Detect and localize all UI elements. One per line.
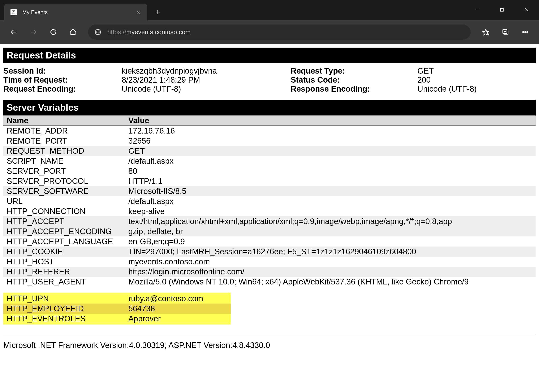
var-name: HTTP_ACCEPT_LANGUAGE [7,237,128,246]
var-value: 172.16.76.16 [128,126,532,135]
server-variables-table: REMOTE_ADDR172.16.76.16REMOTE_PORT32656R… [0,126,539,287]
framework-footer: Microsoft .NET Framework Version:4.0.303… [3,335,536,350]
minimize-button[interactable] [465,3,490,17]
table-row: SERVER_PORT80 [3,166,536,176]
var-value: https://login.microsoftonline.com/ [128,267,532,276]
label-response-encoding: Response Encoding: [291,85,417,94]
address-bar[interactable]: https://myevents.contoso.com [88,24,471,40]
table-row: HTTP_CONNECTIONkeep-alive [3,206,536,216]
request-details-block: Session Id: kiekszqbh3dydnpiogvjbvna Tim… [0,63,539,100]
site-identity-icon [94,29,101,36]
close-tab-button[interactable] [135,9,142,15]
highlighted-row: HTTP_EVENTROLESApprover [3,314,231,324]
value-time-of-request: 8/23/2021 1:48:29 PM [122,76,291,85]
var-name: REQUEST_METHOD [7,147,128,156]
section-header-server-variables: Server Variables [3,100,536,115]
tab-title: My Events [22,9,135,15]
table-row: HTTP_REFERERhttps://login.microsoftonlin… [3,267,536,277]
table-row: HTTP_ACCEPT_LANGUAGEen-GB,en;q=0.9 [3,236,536,247]
table-row: SERVER_PROTOCOLHTTP/1.1 [3,176,536,186]
highlighted-row: HTTP_EMPLOYEEID564738 [3,304,231,314]
svg-point-25 [527,31,528,33]
maximize-button[interactable] [490,3,514,17]
var-value: Microsoft-IIS/8.5 [128,187,532,196]
table-row: SERVER_SOFTWAREMicrosoft-IIS/8.5 [3,186,536,196]
table-row: HTTP_USER_AGENTMozilla/5.0 (Windows NT 1… [3,277,536,287]
var-value: Mozilla/5.0 (Windows NT 10.0; Win64; x64… [128,277,532,286]
var-value: en-GB,en;q=0.9 [128,237,532,246]
var-value: HTTP/1.1 [128,177,532,186]
table-row: HTTP_ACCEPT_ENCODINGgzip, deflate, br [3,226,536,236]
value-response-encoding: Unicode (UTF-8) [417,85,536,94]
svg-point-24 [525,31,526,33]
highlighted-variables: HTTP_UPNruby.a@contoso.comHTTP_EMPLOYEEI… [3,293,231,325]
table-row: REMOTE_PORT32656 [3,136,536,146]
var-value: gzip, deflate, br [128,227,532,236]
var-name: REMOTE_PORT [7,136,128,145]
label-status-code: Status Code: [291,76,417,85]
svg-rect-9 [500,8,503,11]
var-name: HTTP_EMPLOYEEID [7,304,128,313]
table-row: HTTP_ACCEPTtext/html,application/xhtml+x… [3,216,536,226]
var-name: SCRIPT_NAME [7,157,128,166]
label-request-type: Request Type: [291,67,417,76]
new-tab-button[interactable] [151,4,164,20]
var-value: TIN=297000; LastMRH_Session=a16276ee; F5… [128,247,532,256]
page-content: Request Details Session Id: kiekszqbh3dy… [0,44,539,350]
refresh-button[interactable] [44,23,62,41]
column-header-name: Name [7,116,128,125]
browser-tab[interactable]: My Events [4,4,147,20]
var-name: HTTP_EVENTROLES [7,314,128,323]
browser-titlebar: My Events [0,0,539,20]
label-request-encoding: Request Encoding: [3,85,121,94]
var-value: GET [128,147,532,156]
var-value: 80 [128,167,532,176]
var-name: REMOTE_ADDR [7,126,128,135]
var-name: SERVER_PORT [7,167,128,176]
var-name: HTTP_ACCEPT_ENCODING [7,227,128,236]
highlighted-row: HTTP_UPNruby.a@contoso.com [3,293,231,304]
var-name: HTTP_ACCEPT [7,217,128,226]
var-name: HTTP_UPN [7,294,128,303]
value-request-type: GET [417,67,536,76]
var-value: 32656 [128,136,532,145]
window-controls [465,0,539,20]
table-row: REQUEST_METHODGET [3,146,536,156]
var-value: /default.aspx [128,197,532,206]
svg-point-23 [522,31,524,33]
tab-favicon-icon [10,9,17,15]
table-row: HTTP_COOKIETIN=297000; LastMRH_Session=a… [3,247,536,257]
var-value: ruby.a@contoso.com [128,294,227,303]
column-header-value: Value [128,116,532,125]
label-time-of-request: Time of Request: [3,76,121,85]
back-button[interactable] [5,23,23,41]
table-row: SCRIPT_NAME/default.aspx [3,156,536,166]
favorites-button[interactable] [477,23,495,41]
table-row: HTTP_HOSTmyevents.contoso.com [3,257,536,267]
var-name: HTTP_USER_AGENT [7,277,128,286]
label-session-id: Session Id: [3,67,121,76]
var-name: SERVER_PROTOCOL [7,177,128,186]
var-value: 564738 [128,304,227,313]
url-scheme: https:// [107,29,126,36]
collections-button[interactable] [497,23,514,41]
url-host: myevents.contoso.com [126,29,191,36]
var-value: text/html,application/xhtml+xml,applicat… [128,217,532,226]
table-row: URL/default.aspx [3,196,536,206]
browser-toolbar: https://myevents.contoso.com [0,20,539,44]
var-name: HTTP_CONNECTION [7,207,128,216]
table-header: Name Value [3,115,536,126]
forward-button[interactable] [25,23,42,41]
table-row: REMOTE_ADDR172.16.76.16 [3,126,536,136]
value-status-code: 200 [417,76,536,85]
menu-button[interactable] [516,23,534,41]
var-name: URL [7,197,128,206]
var-value: myevents.contoso.com [128,257,532,266]
var-value: /default.aspx [128,157,532,166]
var-value: keep-alive [128,207,532,216]
home-button[interactable] [64,23,82,41]
value-session-id: kiekszqbh3dydnpiogvjbvna [122,67,291,76]
var-name: HTTP_REFERER [7,267,128,276]
var-name: HTTP_HOST [7,257,128,266]
close-window-button[interactable] [514,3,539,17]
